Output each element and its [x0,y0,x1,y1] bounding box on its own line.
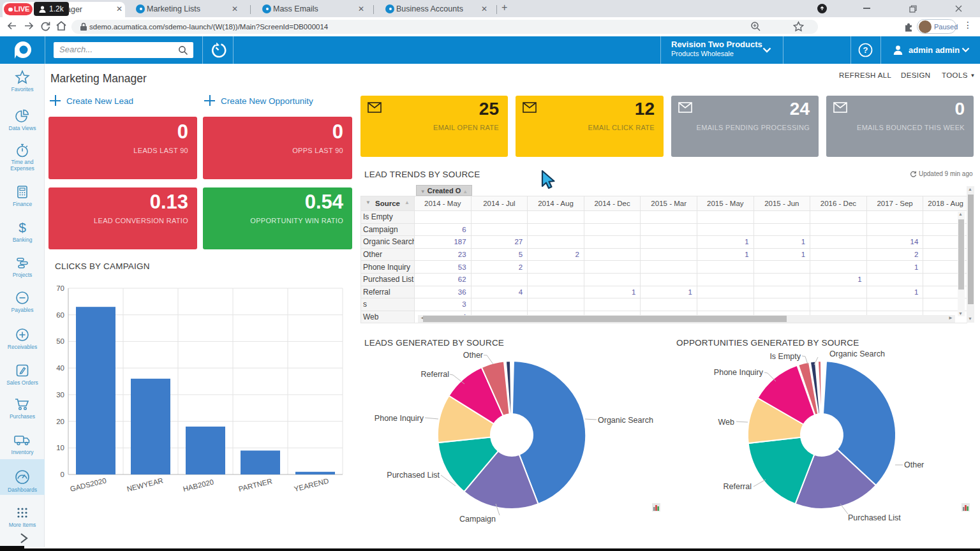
svg-text:NEWYEAR: NEWYEAR [126,476,164,493]
svg-text:Organic Search: Organic Search [829,349,885,358]
svg-text:30: 30 [56,391,64,399]
svg-text:40: 40 [56,364,64,372]
svg-text:Campaign: Campaign [459,515,496,524]
svg-text:YEAREND: YEAREND [293,477,330,493]
svg-text:50: 50 [56,337,64,345]
svg-text:Phone Inquiry: Phone Inquiry [375,414,424,423]
svg-text:Organic Search: Organic Search [598,416,653,425]
svg-text:$: $ [19,220,26,235]
svg-text:10: 10 [56,444,64,452]
svg-text:GADS2020: GADS2020 [70,476,107,493]
svg-text:70: 70 [56,284,64,292]
svg-text:Purchased List: Purchased List [848,513,901,522]
svg-text:0: 0 [61,471,64,478]
svg-text:Phone Inquiry: Phone Inquiry [714,368,764,377]
svg-text:Purchased List: Purchased List [387,471,440,480]
svg-text:Other: Other [463,351,483,360]
svg-text:PARTNER: PARTNER [238,477,273,493]
svg-text:20: 20 [56,418,64,425]
svg-text:Other: Other [904,460,924,469]
svg-text:Referral: Referral [421,370,449,379]
svg-text:HAB2020: HAB2020 [182,478,215,493]
svg-text:Is Empty: Is Empty [769,352,801,361]
svg-text:60: 60 [56,311,64,319]
svg-text:Referral: Referral [724,482,752,491]
svg-text:?: ? [863,45,868,55]
svg-text:Web: Web [718,418,735,427]
